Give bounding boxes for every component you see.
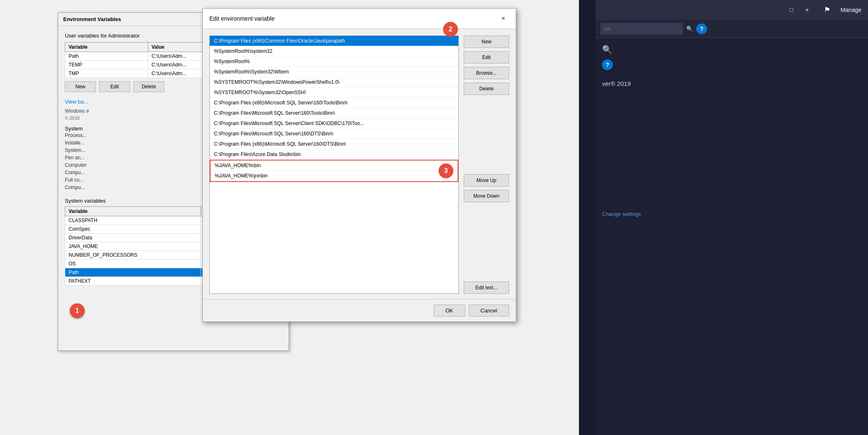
right-panel: □ × ⚑ Manage 🔍 ? 🔍 ? ver® 2019 Change se… [595, 0, 868, 435]
edit-env-dialog: Edit environment variable × 2 C:\Program… [202, 8, 516, 322]
list-item[interactable]: %SYSTEMROOT%\System32\WindowsPowerShell\… [210, 77, 458, 87]
var-name: NUMBER_OF_PROCESSORS [65, 251, 201, 260]
help-icon-content[interactable]: ? [602, 59, 613, 70]
list-item-java-jre-bin[interactable]: %JAVA_HOME%\jre\bin [211, 171, 458, 181]
list-item[interactable]: C:\Program Files (x86)\Common Files\Orac… [210, 36, 458, 46]
edit-dialog-titlebar: Edit environment variable × [203, 9, 516, 29]
list-item[interactable]: %SystemRoot%\System32\Wbem [210, 67, 458, 77]
var-name: JAVA_HOME [65, 242, 201, 251]
var-name: CLASSPATH [65, 216, 201, 225]
list-item[interactable]: %SYSTEMROOT%\System32\OpenSSH\ [210, 87, 458, 98]
change-settings-link[interactable]: Change settings [602, 211, 641, 217]
list-item[interactable]: C:\Program Files (x86)\Microsoft SQL Ser… [210, 98, 458, 108]
var-name: OS [65, 260, 201, 268]
list-item[interactable]: C:\Program Files\Microsoft SQL Server\16… [210, 129, 458, 139]
ok-button[interactable]: OK [434, 305, 465, 317]
list-item[interactable]: C:\Program Files (x86)\Microsoft SQL Ser… [210, 139, 458, 149]
search-icon-large: 🔍 [602, 45, 861, 54]
right-panel-header: □ × ⚑ Manage [595, 0, 868, 20]
close-edit-dialog-button[interactable]: × [498, 13, 509, 24]
badge-2: 2 [443, 22, 458, 37]
list-item[interactable]: C:\Program Files\Microsoft SQL Server\16… [210, 108, 458, 118]
path-action-buttons: New Edit Browse... Delete Move Up Move D… [464, 35, 509, 294]
var-name: Path [65, 52, 148, 61]
list-item[interactable]: C:\Program Files\Microsoft SQL Server\Cl… [210, 118, 458, 129]
server-title: ver® 2019 [602, 80, 861, 87]
edit-dialog-title: Edit environment variable [209, 15, 275, 22]
system-text: System [65, 125, 83, 132]
move-up-button[interactable]: Move Up [464, 174, 509, 187]
var-name: Path [65, 268, 201, 277]
close-right-panel-button[interactable]: × [802, 5, 812, 15]
list-item-java-bin[interactable]: %JAVA_HOME%\bin [211, 161, 458, 171]
sys-table-header-var: Variable [65, 207, 201, 216]
badge-1: 1 [70, 303, 85, 318]
edit-text-button[interactable]: Edit text... [464, 281, 509, 294]
change-settings-container: Change settings [602, 211, 861, 217]
badge-3: 3 [439, 163, 453, 178]
new-path-button[interactable]: New [464, 35, 509, 48]
var-name: DriverData [65, 234, 201, 242]
right-panel-toolbar: 🔍 ? [595, 20, 868, 38]
flag-icon: ⚑ [824, 5, 830, 14]
user-table-header-var: Variable [65, 43, 148, 52]
var-name: TEMP [65, 61, 148, 69]
search-input[interactable] [600, 23, 683, 35]
manage-label: Manage [840, 7, 861, 13]
var-name: TMP [65, 69, 148, 78]
java-home-highlighted-section: %JAVA_HOME%\bin %JAVA_HOME%\jre\bin 3 [210, 160, 458, 182]
path-list-container[interactable]: C:\Program Files (x86)\Common Files\Orac… [209, 35, 459, 294]
right-panel-content: 🔍 ? ver® 2019 Change settings [595, 38, 868, 435]
edit-dialog-footer: OK Cancel [203, 299, 516, 322]
list-item[interactable]: %SystemRoot% [210, 57, 458, 67]
new-user-var-button[interactable]: New [65, 81, 96, 92]
cancel-button[interactable]: Cancel [469, 305, 509, 317]
edit-user-var-button[interactable]: Edit [99, 81, 130, 92]
search-icon: 🔍 [686, 26, 693, 32]
help-icon[interactable]: ? [696, 24, 707, 34]
browse-path-button[interactable]: Browse... [464, 67, 509, 79]
edit-dialog-content: C:\Program Files (x86)\Common Files\Orac… [203, 29, 516, 300]
env-dialog-title: Environment Variables [63, 16, 121, 22]
var-name: PATHEXT [65, 277, 201, 286]
path-list-wrapper: C:\Program Files (x86)\Common Files\Orac… [209, 35, 459, 294]
list-item[interactable]: C:\Program Files\Azure Data Studio\bin [210, 149, 458, 160]
minimize-button[interactable]: □ [786, 5, 797, 15]
delete-user-var-button[interactable]: Delete [133, 81, 164, 92]
edit-path-button[interactable]: Edit [464, 51, 509, 64]
list-item[interactable]: %SystemRoot%\system32 [210, 46, 458, 57]
var-name: ComSpec [65, 225, 201, 234]
delete-path-button[interactable]: Delete [464, 83, 509, 95]
move-down-button[interactable]: Move Down [464, 190, 509, 202]
